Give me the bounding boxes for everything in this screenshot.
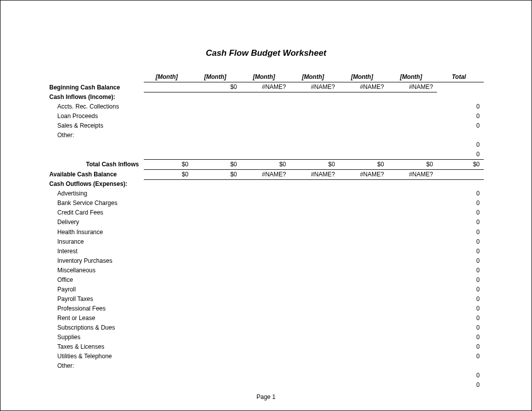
row-outflow-item: Bank Service Charges0	[48, 198, 484, 208]
cell: $0	[339, 159, 388, 169]
cell: $0	[241, 159, 290, 169]
cell	[144, 237, 193, 247]
cell	[290, 112, 339, 121]
cell	[290, 323, 339, 333]
row-available-balance: Available Cash Balance $0 $0 #NAME? #NAM…	[48, 169, 484, 179]
cell	[144, 304, 193, 314]
row-inflows-header: Cash Inflows (Income):	[48, 92, 484, 102]
item-label: Taxes & Licenses	[48, 342, 144, 352]
cell	[144, 131, 193, 140]
cell	[193, 294, 241, 304]
cell	[144, 228, 193, 237]
cell	[290, 275, 339, 285]
cell	[290, 247, 339, 256]
cell	[339, 237, 388, 247]
cell	[290, 198, 339, 208]
item-label: Bank Service Charges	[48, 198, 144, 208]
cell	[241, 323, 290, 333]
cell-total: 0	[437, 323, 484, 333]
cell	[388, 275, 437, 285]
cell-total: 0	[437, 228, 484, 237]
cell-total: 0	[437, 256, 484, 266]
cell: $0	[193, 159, 241, 169]
cell	[339, 112, 388, 121]
item-label: Inventory Purchases	[48, 256, 144, 266]
col-header-month: [Month]	[193, 72, 241, 82]
cell: #NAME?	[290, 169, 339, 179]
row-inflow-item: Other:	[48, 131, 484, 140]
cell	[388, 352, 437, 361]
cell-total: 0	[437, 208, 484, 218]
cell	[144, 218, 193, 227]
cell	[339, 198, 388, 208]
row-inflow-blank: 0	[48, 140, 484, 150]
cell	[144, 342, 193, 352]
cell	[388, 314, 437, 323]
cell: #NAME?	[388, 82, 437, 92]
cell	[290, 266, 339, 275]
cell	[339, 294, 388, 304]
cell	[339, 380, 388, 390]
item-label: Payroll Taxes	[48, 294, 144, 304]
cell	[339, 228, 388, 237]
item-label	[48, 150, 144, 160]
col-header-month: [Month]	[241, 72, 290, 82]
cell	[193, 131, 241, 140]
cell	[144, 294, 193, 304]
row-outflow-item: Health Insurance0	[48, 228, 484, 237]
col-header-month: [Month]	[290, 72, 339, 82]
cell	[241, 304, 290, 314]
cell	[193, 198, 241, 208]
cell	[290, 352, 339, 361]
cell	[193, 112, 241, 121]
item-label: Accts. Rec. Collections	[48, 102, 144, 112]
cell	[290, 304, 339, 314]
cell	[144, 112, 193, 121]
cell-total: 0	[437, 237, 484, 247]
cell	[339, 361, 388, 371]
row-outflow-item: Miscellaneous0	[48, 266, 484, 275]
cell	[339, 140, 388, 150]
cell	[290, 150, 339, 160]
row-outflow-item: Other:	[48, 361, 484, 371]
cell	[388, 237, 437, 247]
cell	[193, 208, 241, 218]
cell-total	[437, 361, 484, 371]
item-label: Advertising	[48, 189, 144, 198]
cell	[290, 294, 339, 304]
item-label: Sales & Receipts	[48, 121, 144, 131]
cell	[144, 352, 193, 361]
cell	[290, 228, 339, 237]
cell	[193, 342, 241, 352]
cell	[241, 266, 290, 275]
cell-total: 0	[437, 266, 484, 275]
item-label: Insurance	[48, 237, 144, 247]
cell-total: 0	[437, 140, 484, 150]
cell	[241, 256, 290, 266]
cell	[388, 189, 437, 198]
cell	[193, 140, 241, 150]
cell	[290, 189, 339, 198]
col-header-month: [Month]	[144, 72, 193, 82]
cell	[290, 131, 339, 140]
cell	[339, 314, 388, 323]
cell: #NAME?	[339, 169, 388, 179]
cell	[290, 140, 339, 150]
cell	[144, 361, 193, 371]
cell	[388, 361, 437, 371]
cell	[290, 256, 339, 266]
row-beginning-balance: Beginning Cash Balance $0 #NAME? #NAME? …	[48, 82, 484, 92]
cell	[290, 208, 339, 218]
cell	[339, 256, 388, 266]
row-outflow-item: Payroll0	[48, 285, 484, 294]
label-total-inflows: Total Cash Inflows	[48, 159, 144, 169]
item-label: Office	[48, 275, 144, 285]
cell	[388, 371, 437, 380]
cell	[339, 371, 388, 380]
cell	[388, 333, 437, 342]
item-label: Loan Proceeds	[48, 112, 144, 121]
cell	[193, 228, 241, 237]
row-outflow-item: Advertising0	[48, 189, 484, 198]
cell	[193, 102, 241, 112]
cell	[193, 189, 241, 198]
